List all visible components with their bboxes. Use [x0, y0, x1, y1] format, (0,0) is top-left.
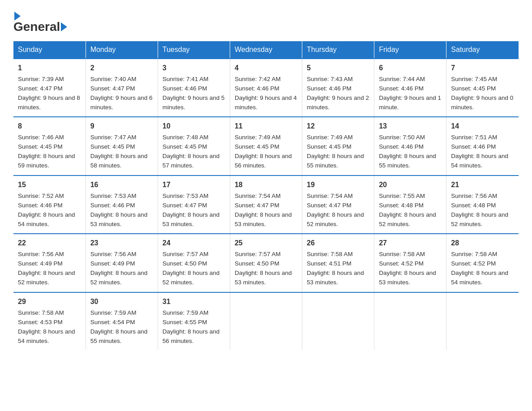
page-header: General — [13, 9, 519, 34]
weekday-header-wednesday: Wednesday — [230, 41, 302, 59]
logo-general-line2: General — [13, 20, 60, 34]
day-number: 13 — [379, 121, 442, 132]
day-number: 16 — [90, 180, 153, 191]
calendar-cell: 26Sunrise: 7:58 AMSunset: 4:51 PMDayligh… — [302, 234, 374, 292]
day-number: 24 — [163, 238, 225, 249]
weekday-header-monday: Monday — [86, 41, 158, 59]
calendar-cell: 8Sunrise: 7:46 AMSunset: 4:45 PMDaylight… — [13, 117, 86, 175]
calendar-cell: 12Sunrise: 7:49 AMSunset: 4:45 PMDayligh… — [302, 117, 374, 175]
day-number: 17 — [163, 180, 225, 191]
calendar-cell — [374, 292, 446, 350]
day-number: 11 — [235, 121, 297, 132]
calendar-cell: 2Sunrise: 7:40 AMSunset: 4:47 PMDaylight… — [86, 59, 158, 117]
day-number: 28 — [451, 238, 514, 249]
day-number: 8 — [18, 121, 81, 132]
calendar-cell: 15Sunrise: 7:52 AMSunset: 4:46 PMDayligh… — [13, 176, 86, 234]
day-number: 19 — [307, 180, 369, 191]
day-number: 4 — [235, 63, 297, 74]
weekday-header-friday: Friday — [374, 41, 446, 59]
calendar-cell: 3Sunrise: 7:41 AMSunset: 4:46 PMDaylight… — [158, 59, 230, 117]
calendar-cell: 30Sunrise: 7:59 AMSunset: 4:54 PMDayligh… — [86, 292, 158, 350]
calendar-cell: 11Sunrise: 7:49 AMSunset: 4:45 PMDayligh… — [230, 117, 302, 175]
calendar-week-row: 22Sunrise: 7:56 AMSunset: 4:49 PMDayligh… — [13, 234, 519, 292]
logo: General — [13, 9, 68, 34]
day-number: 5 — [307, 63, 369, 74]
day-number: 23 — [90, 238, 153, 249]
calendar-cell: 16Sunrise: 7:53 AMSunset: 4:46 PMDayligh… — [86, 176, 158, 234]
calendar-cell: 5Sunrise: 7:43 AMSunset: 4:46 PMDaylight… — [302, 59, 374, 117]
day-number: 26 — [307, 238, 369, 249]
calendar-cell: 29Sunrise: 7:58 AMSunset: 4:53 PMDayligh… — [13, 292, 86, 350]
day-number: 1 — [18, 63, 81, 74]
calendar-cell: 10Sunrise: 7:48 AMSunset: 4:45 PMDayligh… — [158, 117, 230, 175]
logo-arrow-icon — [14, 12, 21, 21]
day-number: 30 — [90, 296, 153, 308]
calendar-cell: 17Sunrise: 7:53 AMSunset: 4:47 PMDayligh… — [158, 176, 230, 234]
calendar-week-row: 29Sunrise: 7:58 AMSunset: 4:53 PMDayligh… — [13, 292, 519, 350]
calendar-table: SundayMondayTuesdayWednesdayThursdayFrid… — [13, 41, 519, 350]
calendar-cell: 19Sunrise: 7:54 AMSunset: 4:47 PMDayligh… — [302, 176, 374, 234]
calendar-cell — [230, 292, 302, 350]
calendar-cell: 9Sunrise: 7:47 AMSunset: 4:45 PMDaylight… — [86, 117, 158, 175]
calendar-cell: 6Sunrise: 7:44 AMSunset: 4:46 PMDaylight… — [374, 59, 446, 117]
calendar-cell: 25Sunrise: 7:57 AMSunset: 4:50 PMDayligh… — [230, 234, 302, 292]
calendar-cell: 20Sunrise: 7:55 AMSunset: 4:48 PMDayligh… — [374, 176, 446, 234]
logo-arrow-icon2 — [61, 22, 67, 31]
day-number: 27 — [379, 238, 442, 249]
day-number: 6 — [379, 63, 442, 74]
calendar-cell: 18Sunrise: 7:54 AMSunset: 4:47 PMDayligh… — [230, 176, 302, 234]
day-number: 29 — [18, 296, 81, 308]
calendar-cell: 31Sunrise: 7:59 AMSunset: 4:55 PMDayligh… — [158, 292, 230, 350]
weekday-header-tuesday: Tuesday — [158, 41, 230, 59]
calendar-cell: 28Sunrise: 7:58 AMSunset: 4:52 PMDayligh… — [446, 234, 519, 292]
weekday-header-saturday: Saturday — [446, 41, 519, 59]
day-number: 2 — [90, 63, 153, 74]
calendar-cell: 4Sunrise: 7:42 AMSunset: 4:46 PMDaylight… — [230, 59, 302, 117]
calendar-week-row: 1Sunrise: 7:39 AMSunset: 4:47 PMDaylight… — [13, 59, 519, 117]
calendar-cell: 7Sunrise: 7:45 AMSunset: 4:45 PMDaylight… — [446, 59, 519, 117]
day-number: 31 — [163, 296, 225, 308]
day-number: 10 — [163, 121, 225, 132]
day-number: 14 — [451, 121, 514, 132]
day-number: 12 — [307, 121, 369, 132]
day-number: 21 — [451, 180, 514, 191]
calendar-cell: 24Sunrise: 7:57 AMSunset: 4:50 PMDayligh… — [158, 234, 230, 292]
weekday-header-row: SundayMondayTuesdayWednesdayThursdayFrid… — [13, 41, 519, 59]
day-number: 25 — [235, 238, 297, 249]
calendar-cell: 27Sunrise: 7:58 AMSunset: 4:52 PMDayligh… — [374, 234, 446, 292]
day-number: 22 — [18, 238, 81, 249]
calendar-cell: 13Sunrise: 7:50 AMSunset: 4:46 PMDayligh… — [374, 117, 446, 175]
day-number: 15 — [18, 180, 81, 191]
day-number: 7 — [451, 63, 514, 74]
weekday-header-sunday: Sunday — [13, 41, 86, 59]
calendar-cell: 23Sunrise: 7:56 AMSunset: 4:49 PMDayligh… — [86, 234, 158, 292]
calendar-cell: 14Sunrise: 7:51 AMSunset: 4:46 PMDayligh… — [446, 117, 519, 175]
day-number: 18 — [235, 180, 297, 191]
calendar-week-row: 15Sunrise: 7:52 AMSunset: 4:46 PMDayligh… — [13, 176, 519, 234]
weekday-header-thursday: Thursday — [302, 41, 374, 59]
calendar-cell — [446, 292, 519, 350]
calendar-cell: 21Sunrise: 7:56 AMSunset: 4:48 PMDayligh… — [446, 176, 519, 234]
day-number: 9 — [90, 121, 153, 132]
calendar-week-row: 8Sunrise: 7:46 AMSunset: 4:45 PMDaylight… — [13, 117, 519, 175]
calendar-cell: 22Sunrise: 7:56 AMSunset: 4:49 PMDayligh… — [13, 234, 86, 292]
day-number: 3 — [163, 63, 225, 74]
calendar-cell: 1Sunrise: 7:39 AMSunset: 4:47 PMDaylight… — [13, 59, 86, 117]
day-number: 20 — [379, 180, 442, 191]
calendar-cell — [302, 292, 374, 350]
